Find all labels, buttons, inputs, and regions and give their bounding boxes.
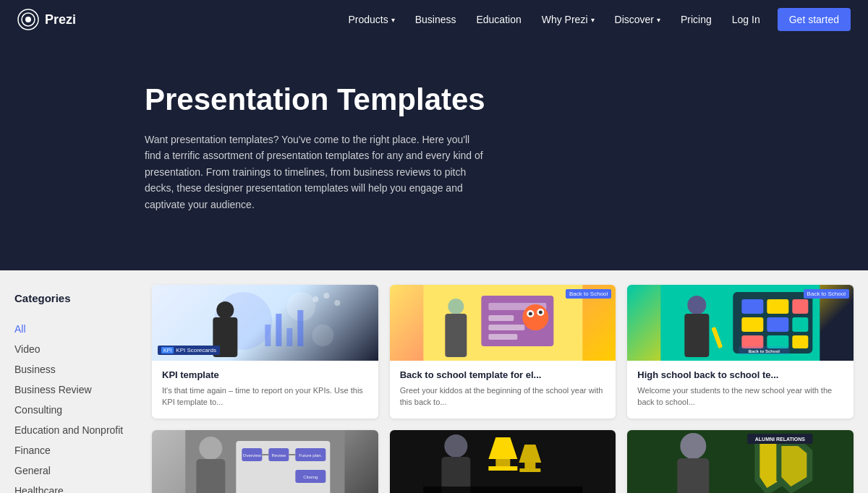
svg-rect-35 bbox=[793, 317, 809, 332]
svg-point-12 bbox=[312, 296, 318, 302]
svg-rect-30 bbox=[742, 299, 764, 314]
svg-point-26 bbox=[448, 299, 464, 314]
nav-business[interactable]: Business bbox=[407, 9, 465, 30]
template-card-awards[interactable]: AWARDS CEREMONY Awards ceremony video te… bbox=[390, 430, 616, 493]
svg-point-66 bbox=[444, 434, 467, 458]
card-title-kpi: KPI template bbox=[162, 369, 368, 380]
nav-discover[interactable]: Discover ▾ bbox=[606, 9, 669, 30]
card-image-school: Back to School bbox=[390, 285, 616, 361]
card-image-quarterly: Overview Review Future plan. Closing bbox=[152, 430, 378, 493]
template-grid: KPI KPI Scorecards KPI template It's tha… bbox=[152, 285, 854, 493]
card-desc-school: Greet your kiddos at the beginning of th… bbox=[400, 385, 606, 408]
sidebar-item-finance[interactable]: Finance bbox=[14, 440, 130, 460]
nav-pricing[interactable]: Pricing bbox=[672, 9, 720, 30]
svg-rect-33 bbox=[742, 317, 764, 332]
template-card-kpi[interactable]: KPI KPI Scorecards KPI template It's tha… bbox=[152, 285, 378, 419]
get-started-button[interactable]: Get started bbox=[778, 8, 851, 31]
nav-links: Products ▾ Business Education Why Prezi … bbox=[339, 8, 851, 31]
prezi-logo-icon bbox=[17, 9, 39, 30]
sidebar-item-all[interactable]: All bbox=[14, 319, 130, 339]
navbar: Prezi Products ▾ Business Education Why … bbox=[0, 0, 868, 39]
svg-point-21 bbox=[522, 304, 548, 330]
svg-point-57 bbox=[199, 437, 222, 460]
svg-rect-68 bbox=[423, 486, 582, 493]
sidebar-item-general[interactable]: General bbox=[14, 460, 130, 481]
logo[interactable]: Prezi bbox=[17, 9, 76, 30]
products-caret-icon: ▾ bbox=[391, 16, 395, 24]
hero-section: Presentation Templates Want presentation… bbox=[0, 39, 868, 270]
card-title-highschool: High school back to school te... bbox=[637, 369, 843, 380]
svg-rect-20 bbox=[488, 334, 517, 340]
back-school-tag: Back to School bbox=[566, 289, 611, 299]
card-title-school: Back to school template for el... bbox=[400, 369, 606, 380]
discover-caret-icon: ▾ bbox=[657, 16, 660, 24]
kpi-badge: KPI KPI Scorecards bbox=[158, 346, 220, 355]
sidebar-item-video[interactable]: Video bbox=[14, 339, 130, 359]
svg-rect-64 bbox=[524, 463, 535, 468]
svg-rect-19 bbox=[488, 325, 524, 330]
svg-text:Closing: Closing bbox=[303, 475, 318, 479]
svg-point-2 bbox=[25, 17, 31, 22]
svg-text:Back to School: Back to School bbox=[749, 349, 780, 353]
nav-why-prezi[interactable]: Why Prezi ▾ bbox=[533, 9, 603, 30]
template-grid-area: KPI KPI Scorecards KPI template It's tha… bbox=[145, 270, 868, 493]
card-image-alumni: ALUMNI RELATIONS bbox=[627, 430, 854, 493]
sidebar-item-business[interactable]: Business bbox=[14, 359, 130, 380]
card-body-highschool: High school back to school te... Welcome… bbox=[627, 361, 854, 419]
svg-rect-10 bbox=[286, 328, 292, 346]
svg-rect-58 bbox=[196, 459, 225, 493]
why-prezi-caret-icon: ▾ bbox=[591, 16, 595, 24]
svg-text:Review: Review bbox=[271, 453, 286, 458]
svg-rect-27 bbox=[445, 314, 467, 357]
hero-title: Presentation Templates bbox=[145, 82, 579, 117]
card-body-kpi: KPI template It's that time again – time… bbox=[152, 361, 378, 419]
template-card-highschool[interactable]: Back to School Back to School High schoo… bbox=[627, 285, 854, 419]
svg-text:Future plan.: Future plan. bbox=[299, 453, 322, 458]
svg-rect-40 bbox=[685, 314, 710, 357]
svg-point-39 bbox=[688, 296, 707, 314]
template-card-quarterly[interactable]: Overview Review Future plan. Closing bbox=[152, 430, 378, 493]
card-image-kpi: KPI KPI Scorecards bbox=[152, 285, 378, 361]
svg-rect-11 bbox=[297, 310, 303, 346]
card-desc-kpi: It's that time again – time to report on… bbox=[162, 385, 368, 408]
card-desc-highschool: Welcome your students to the new school … bbox=[637, 385, 843, 408]
svg-text:Overview: Overview bbox=[243, 453, 262, 458]
svg-point-25 bbox=[538, 310, 542, 314]
svg-point-14 bbox=[334, 300, 340, 306]
card-image-awards: AWARDS CEREMONY bbox=[390, 430, 616, 493]
svg-rect-73 bbox=[678, 458, 710, 493]
sidebar-item-education[interactable]: Education and Nonprofit bbox=[14, 420, 130, 440]
svg-point-13 bbox=[323, 293, 329, 299]
svg-point-72 bbox=[681, 433, 707, 459]
svg-text:ALUMNI RELATIONS: ALUMNI RELATIONS bbox=[755, 437, 805, 442]
card-body-school: Back to school template for el... Greet … bbox=[390, 361, 616, 419]
svg-point-6 bbox=[216, 301, 234, 319]
login-button[interactable]: Log In bbox=[723, 9, 769, 30]
sidebar-item-business-review[interactable]: Business Review bbox=[14, 380, 130, 400]
svg-rect-38 bbox=[793, 335, 809, 348]
hero-description: Want presentation templates? You've come… bbox=[145, 132, 485, 213]
highschool-tag: Back to School bbox=[804, 289, 849, 299]
main-content: Categories All Video Business Business R… bbox=[0, 270, 868, 493]
nav-products[interactable]: Products ▾ bbox=[339, 9, 403, 30]
template-card-alumni[interactable]: ALUMNI RELATIONS Alumni relations video … bbox=[627, 430, 854, 493]
card-image-highschool: Back to School Back to School bbox=[627, 285, 854, 361]
svg-rect-62 bbox=[488, 466, 517, 471]
sidebar: Categories All Video Business Business R… bbox=[0, 270, 145, 493]
svg-rect-61 bbox=[495, 459, 510, 466]
svg-point-5 bbox=[312, 325, 333, 346]
svg-point-23 bbox=[528, 312, 532, 315]
svg-rect-32 bbox=[793, 299, 809, 314]
svg-rect-18 bbox=[488, 315, 514, 321]
template-card-back-to-school[interactable]: Back to School Back to school template f… bbox=[390, 285, 616, 419]
svg-rect-31 bbox=[767, 299, 789, 314]
svg-rect-65 bbox=[519, 468, 540, 472]
sidebar-item-healthcare[interactable]: Healthcare bbox=[14, 481, 130, 493]
svg-rect-34 bbox=[767, 317, 789, 332]
svg-rect-8 bbox=[265, 325, 271, 346]
sidebar-item-consulting[interactable]: Consulting bbox=[14, 400, 130, 420]
nav-education[interactable]: Education bbox=[467, 9, 529, 30]
sidebar-title: Categories bbox=[14, 292, 130, 304]
svg-rect-9 bbox=[276, 314, 281, 346]
